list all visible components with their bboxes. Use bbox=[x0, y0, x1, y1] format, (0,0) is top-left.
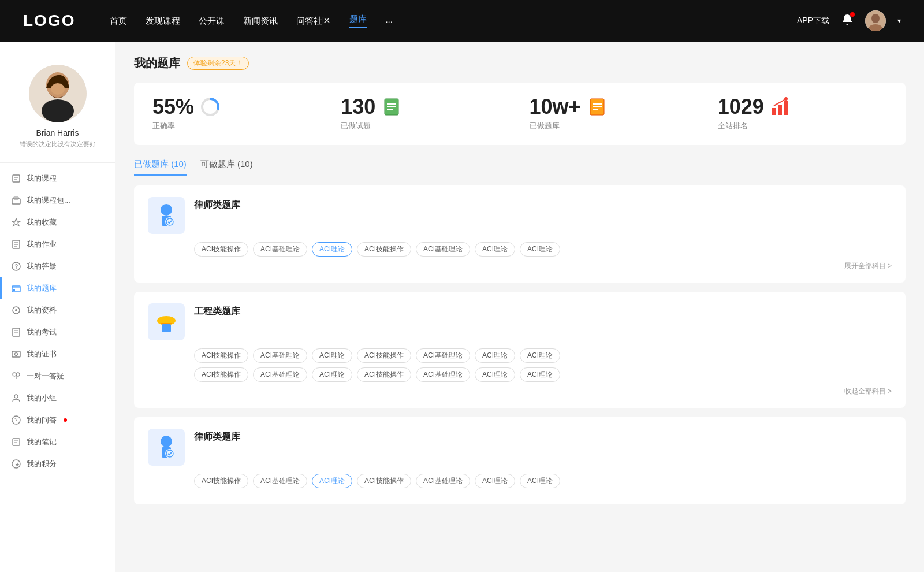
stat-done-banks-value: 10w+ bbox=[530, 96, 581, 117]
svg-point-24 bbox=[15, 309, 17, 311]
tag[interactable]: ACI基础理论 bbox=[253, 348, 307, 363]
stat-done-questions-value: 130 bbox=[341, 96, 375, 117]
tag[interactable]: ACI理论 bbox=[475, 348, 515, 363]
stat-done-banks: 10w+ 已做题库 bbox=[511, 96, 699, 131]
sidebar-item-notes[interactable]: 我的笔记 bbox=[0, 431, 115, 453]
notification-bell[interactable] bbox=[841, 13, 854, 28]
cert-icon bbox=[12, 350, 21, 359]
tag[interactable]: ACI理论 bbox=[520, 474, 560, 488]
tag[interactable]: ACI技能操作 bbox=[194, 474, 248, 488]
tag[interactable]: ACI技能操作 bbox=[194, 348, 248, 363]
svg-point-57 bbox=[784, 97, 788, 101]
nav-more[interactable]: ··· bbox=[385, 16, 393, 26]
svg-rect-28 bbox=[12, 351, 20, 357]
sidebar-item-points[interactable]: ★ 我的积分 bbox=[0, 453, 115, 475]
nav-question-bank[interactable]: 题库 bbox=[349, 14, 367, 28]
notification-dot bbox=[850, 12, 855, 17]
tag[interactable]: ACI理论 bbox=[312, 367, 352, 382]
svg-rect-64 bbox=[161, 323, 172, 324]
lawyer-bank-icon bbox=[148, 197, 185, 234]
profile-name: Brian Harris bbox=[36, 128, 79, 138]
tag[interactable]: ACI理论 bbox=[520, 367, 560, 382]
stat-accuracy-value: 55% bbox=[152, 96, 194, 117]
tag[interactable]: ACI基础理论 bbox=[416, 474, 470, 488]
sidebar-item-question-answer[interactable]: ? 我的问答 bbox=[0, 409, 115, 431]
sidebar-item-exam[interactable]: 我的考试 bbox=[0, 321, 115, 343]
stat-accuracy: 55% 正确率 bbox=[152, 96, 322, 131]
expand-link-2[interactable]: 收起全部科目 > bbox=[148, 387, 892, 396]
star-icon bbox=[12, 218, 21, 227]
points-icon: ★ bbox=[12, 459, 21, 469]
page-title-row: 我的题库 体验剩余23天！ bbox=[134, 55, 906, 71]
tag[interactable]: ACI技能操作 bbox=[357, 242, 411, 257]
bank-icon bbox=[12, 284, 21, 293]
sidebar-item-material[interactable]: 我的资料 bbox=[0, 299, 115, 321]
tag[interactable]: ACI技能操作 bbox=[194, 242, 248, 257]
svg-rect-55 bbox=[778, 105, 782, 115]
sidebar-item-question-bank[interactable]: 我的题库 bbox=[0, 277, 115, 299]
nav-home[interactable]: 首页 bbox=[110, 16, 127, 27]
svg-rect-54 bbox=[772, 108, 776, 115]
tag[interactable]: ACI基础理论 bbox=[416, 367, 470, 382]
svg-rect-63 bbox=[158, 321, 174, 323]
profile-section: Brian Harris 错误的决定比没有决定要好 bbox=[0, 53, 115, 158]
page-layout: Brian Harris 错误的决定比没有决定要好 我的课程 我的课程包... bbox=[0, 42, 924, 572]
sidebar: Brian Harris 错误的决定比没有决定要好 我的课程 我的课程包... bbox=[0, 42, 116, 572]
sidebar-item-one2one[interactable]: 一对一答疑 bbox=[0, 365, 115, 387]
svg-text:?: ? bbox=[15, 263, 18, 270]
svg-point-58 bbox=[161, 204, 172, 216]
qbank-card-engineer: 工程类题库 ACI技能操作 ACI基础理论 ACI理论 ACI技能操作 ACI基… bbox=[134, 292, 906, 408]
doc-yellow-icon bbox=[587, 96, 608, 117]
svg-rect-56 bbox=[784, 101, 788, 115]
qbank-card-lawyer-1: 律师类题库 ACI技能操作 ACI基础理论 ACI理论 ACI技能操作 ACI基… bbox=[134, 185, 906, 283]
nav-qa[interactable]: 问答社区 bbox=[296, 16, 331, 27]
qbank-title-1: 律师类题库 bbox=[194, 197, 240, 211]
tag-active[interactable]: ACI理论 bbox=[312, 474, 352, 488]
tag[interactable]: ACI技能操作 bbox=[357, 348, 411, 363]
nav-news[interactable]: 新闻资讯 bbox=[243, 16, 278, 27]
tag[interactable]: ACI理论 bbox=[475, 474, 515, 488]
nav-discover[interactable]: 发现课程 bbox=[146, 16, 180, 27]
one2one-icon bbox=[12, 372, 21, 381]
tag[interactable]: ACI理论 bbox=[520, 348, 560, 363]
sidebar-item-homework[interactable]: 我的作业 bbox=[0, 233, 115, 255]
tag[interactable]: ACI技能操作 bbox=[194, 367, 248, 382]
package-icon bbox=[12, 196, 21, 205]
tag[interactable]: ACI基础理论 bbox=[416, 242, 470, 257]
tag[interactable]: ACI理论 bbox=[520, 242, 560, 257]
tab-available-banks[interactable]: 可做题库 (10) bbox=[200, 159, 253, 176]
sidebar-item-cert[interactable]: 我的证书 bbox=[0, 343, 115, 365]
svg-point-66 bbox=[161, 436, 172, 447]
tag[interactable]: ACI技能操作 bbox=[357, 367, 411, 382]
tag[interactable]: ACI技能操作 bbox=[357, 474, 411, 488]
sidebar-item-my-qa[interactable]: ? 我的答疑 bbox=[0, 255, 115, 277]
course-icon bbox=[12, 174, 21, 183]
svg-point-30 bbox=[13, 373, 16, 376]
exam-icon bbox=[12, 328, 21, 337]
stats-card: 55% 正确率 130 bbox=[134, 83, 906, 145]
sidebar-item-favorites[interactable]: 我的收藏 bbox=[0, 211, 115, 233]
svg-point-33 bbox=[14, 395, 18, 398]
sidebar-item-package[interactable]: 我的课程包... bbox=[0, 190, 115, 211]
sidebar-item-course[interactable]: 我的课程 bbox=[0, 168, 115, 190]
logo[interactable]: LOGO bbox=[23, 12, 75, 30]
navbar: LOGO 首页 发现课程 公开课 新闻资讯 问答社区 题库 ··· APP下载 … bbox=[0, 0, 924, 42]
tag[interactable]: ACI理论 bbox=[312, 348, 352, 363]
tag[interactable]: ACI基础理论 bbox=[253, 242, 307, 257]
sidebar-item-group[interactable]: 我的小组 bbox=[0, 387, 115, 409]
group-icon bbox=[12, 393, 21, 403]
nav-open-course[interactable]: 公开课 bbox=[199, 16, 225, 27]
svg-point-43 bbox=[206, 102, 215, 112]
stat-rank-value: 1029 bbox=[718, 96, 764, 117]
user-avatar[interactable] bbox=[865, 10, 886, 31]
tag[interactable]: ACI理论 bbox=[475, 367, 515, 382]
user-dropdown-arrow[interactable]: ▾ bbox=[897, 17, 901, 25]
tab-done-banks[interactable]: 已做题库 (10) bbox=[134, 159, 187, 176]
tag-active[interactable]: ACI理论 bbox=[312, 242, 352, 257]
tag[interactable]: ACI基础理论 bbox=[253, 367, 307, 382]
tag[interactable]: ACI基础理论 bbox=[253, 474, 307, 488]
tag[interactable]: ACI基础理论 bbox=[416, 348, 470, 363]
tag[interactable]: ACI理论 bbox=[475, 242, 515, 257]
expand-link-1[interactable]: 展开全部科目 > bbox=[148, 261, 892, 271]
app-download-link[interactable]: APP下载 bbox=[797, 16, 829, 26]
